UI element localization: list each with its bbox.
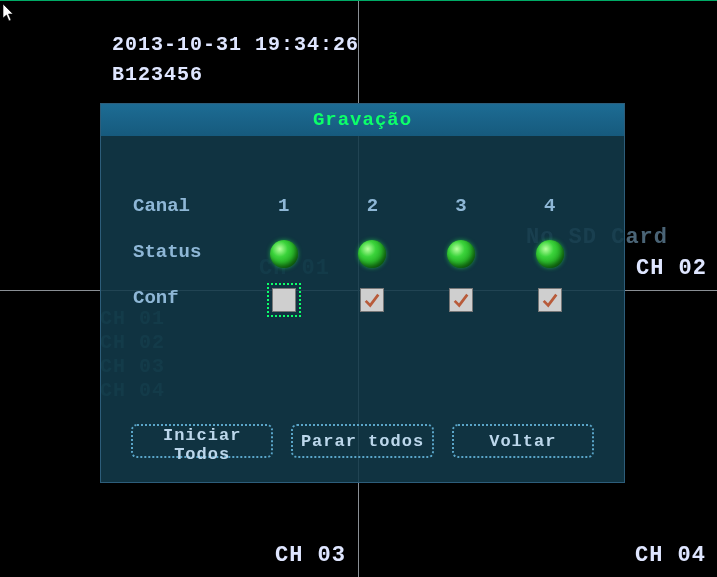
stop-all-button[interactable]: Parar todos	[291, 424, 433, 458]
osd-timestamp: 2013-10-31 19:34:26	[112, 33, 359, 56]
status-label: Status	[133, 241, 239, 263]
channel-label: Canal	[133, 195, 239, 217]
cursor-icon	[2, 3, 16, 23]
channel-num-1: 1	[239, 195, 328, 217]
osd-device-id: B123456	[112, 63, 203, 86]
recording-dialog: Gravação Canal 1 2 3 4 Status Conf Inici…	[100, 103, 625, 483]
channel-header-row: Canal 1 2 3 4	[133, 186, 594, 226]
status-led-4	[536, 240, 564, 268]
channel-num-2: 2	[328, 195, 417, 217]
start-all-button[interactable]: Iniciar Todos	[131, 424, 273, 458]
status-row: Status	[133, 232, 594, 272]
conf-checkbox-1[interactable]	[272, 288, 296, 312]
status-led-2	[358, 240, 386, 268]
conf-label: Conf	[133, 287, 239, 309]
quadrant-label-ch03: CH 03	[275, 543, 346, 568]
channel-num-3: 3	[417, 195, 506, 217]
status-led-1	[270, 240, 298, 268]
dialog-body: Canal 1 2 3 4 Status Conf	[101, 136, 624, 318]
conf-checkbox-4[interactable]	[538, 288, 562, 312]
back-button[interactable]: Voltar	[452, 424, 594, 458]
dialog-title: Gravação	[101, 104, 624, 136]
conf-checkbox-3[interactable]	[449, 288, 473, 312]
quadrant-label-ch02: CH 02	[636, 256, 707, 281]
quadrant-label-ch04: CH 04	[635, 543, 706, 568]
channel-num-4: 4	[505, 195, 594, 217]
conf-row: Conf	[133, 278, 594, 318]
conf-checkbox-2[interactable]	[360, 288, 384, 312]
dialog-button-row: Iniciar Todos Parar todos Voltar	[131, 424, 594, 458]
status-led-3	[447, 240, 475, 268]
